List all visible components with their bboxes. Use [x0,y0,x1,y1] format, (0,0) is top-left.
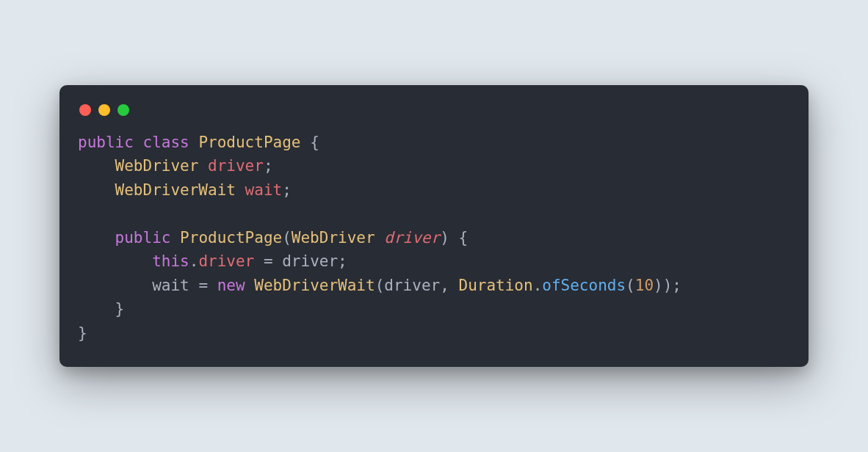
code-token-plain [189,134,199,151]
code-token-punc: { [310,134,319,151]
code-token-plain: wait [78,277,198,294]
code-token-punc: ( [626,277,635,294]
code-token-keyword: public [115,229,171,247]
code-token-plain [170,229,180,247]
code-token-plain [254,252,264,270]
code-token-num: 10 [635,277,654,294]
code-token-type: WebDriverWait [254,277,375,294]
code-block: public class ProductPage { WebDriver dri… [78,131,790,346]
code-token-plain [78,300,115,318]
window-titlebar [78,101,790,131]
code-token-plain [78,229,115,247]
code-token-plain: driver [273,252,339,270]
code-token-keyword: public [78,134,134,151]
code-token-plain [78,157,115,175]
code-token-punc: { [458,229,468,247]
code-token-field: wait [245,181,283,199]
close-icon[interactable] [79,104,91,116]
code-token-plain [208,277,217,294]
code-token-type: ProductPage [180,229,282,247]
code-token-punc: . [533,277,543,294]
code-token-punc: = [198,277,208,294]
code-token-plain [198,157,208,175]
code-token-plain [236,181,245,199]
code-token-keyword: new [217,277,245,294]
code-token-punc: . [189,252,199,270]
code-token-param: driver [384,229,440,247]
code-token-plain [78,252,152,270]
code-token-field: driver [208,157,264,175]
code-token-plain [78,181,115,199]
code-token-punc: , [440,277,449,294]
code-token-punc: ( [282,229,292,247]
code-token-keyword: class [143,134,189,151]
code-token-punc: ; [338,252,347,270]
code-token-plain [300,134,310,151]
code-token-punc: ( [375,277,385,294]
code-token-punc: ; [672,277,681,294]
maximize-icon[interactable] [117,104,129,116]
code-token-member: driver [198,252,254,270]
code-token-type: WebDriver [115,157,199,175]
code-token-plain [134,134,143,151]
code-token-punc: } [78,324,87,342]
code-token-punc: ; [282,181,292,199]
code-token-type: ProductPage [198,134,300,151]
code-token-type: WebDriver [292,229,375,247]
code-token-plain [245,277,255,294]
code-token-punc: ) [440,229,449,247]
code-token-method: ofSeconds [542,277,626,294]
code-token-punc: )) [654,277,672,294]
code-token-plain: driver [384,277,440,294]
code-token-punc: = [264,252,273,270]
code-window: public class ProductPage { WebDriver dri… [59,85,809,368]
code-token-keyword: this [152,252,189,270]
code-token-plain [449,229,459,247]
code-token-punc: } [115,300,125,318]
code-token-plain [449,277,459,294]
code-token-plain [375,229,385,247]
minimize-icon[interactable] [98,104,110,116]
code-token-type: Duration [458,277,532,294]
code-token-type: WebDriverWait [115,181,236,199]
code-token-punc: ; [264,157,273,175]
